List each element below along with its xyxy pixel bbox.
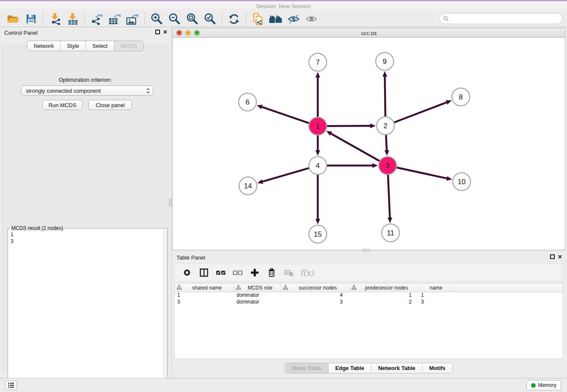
window-top-accent xyxy=(0,0,567,1)
delete-table-icon[interactable] xyxy=(283,267,294,278)
first-neighbors-icon[interactable] xyxy=(267,12,285,26)
graph-edge-2-8[interactable] xyxy=(394,102,447,123)
memory-label: Memory xyxy=(538,382,556,388)
graph-node-6[interactable]: 6 xyxy=(239,93,256,111)
zoom-fit-icon[interactable] xyxy=(183,12,201,26)
tab-motifs[interactable]: Motifs xyxy=(422,363,452,373)
toolbar-separator xyxy=(144,12,145,26)
float-table-panel-icon[interactable] xyxy=(550,254,555,259)
new-network-from-selection-icon[interactable] xyxy=(249,12,267,26)
show-columns-icon[interactable] xyxy=(198,267,209,278)
mcds-result-item: 1 xyxy=(11,231,161,238)
mcds-result-groupbox: MCDS result (2 nodes) 1 3 xyxy=(8,228,168,390)
deselect-all-checkboxes-icon[interactable] xyxy=(232,267,243,278)
column-header-name[interactable]: name xyxy=(418,284,454,292)
tab-network-table[interactable]: Network Table xyxy=(371,363,422,373)
export-image-icon[interactable] xyxy=(124,12,141,26)
search-box[interactable] xyxy=(439,13,563,24)
close-panel-icon[interactable]: × xyxy=(163,30,167,34)
table-row[interactable]: 1dominator411 xyxy=(175,292,563,299)
graph-node-label: 9 xyxy=(383,58,386,66)
tab-network[interactable]: Network xyxy=(27,41,60,51)
open-file-icon[interactable] xyxy=(4,12,22,26)
graph-node-label: 14 xyxy=(244,182,252,190)
refresh-layout-icon[interactable] xyxy=(225,12,243,26)
memory-button[interactable]: Memory xyxy=(526,380,561,390)
graph-node-3[interactable]: 3 xyxy=(379,157,396,174)
network-window-titlebar[interactable]: × − + scc.txt xyxy=(173,28,565,38)
tab-mcds[interactable]: MCDS xyxy=(114,41,143,51)
table-panel: Table Panel × xyxy=(172,252,565,377)
import-network-icon[interactable] xyxy=(46,12,64,26)
graph-edge-3-10[interactable] xyxy=(396,167,447,178)
table-settings-gear-icon[interactable] xyxy=(182,267,193,278)
search-input[interactable] xyxy=(451,15,562,22)
graph-edge-3-11[interactable] xyxy=(388,174,390,218)
graph-node-label: 2 xyxy=(383,122,387,130)
graph-edge-2-3[interactable] xyxy=(386,135,387,150)
export-table-icon[interactable] xyxy=(106,12,124,26)
select-all-checkboxes-icon[interactable] xyxy=(215,267,226,278)
zoom-in-icon[interactable] xyxy=(148,12,165,26)
tab-select[interactable]: Select xyxy=(85,41,114,51)
graph-node-14[interactable]: 14 xyxy=(239,177,257,195)
graph-node-9[interactable]: 9 xyxy=(376,52,394,70)
tab-node-table[interactable]: Node Table xyxy=(285,363,328,373)
graph-node-2[interactable]: 2 xyxy=(377,117,394,135)
control-panel-header: Control Panel × xyxy=(0,27,171,38)
graph-node-11[interactable]: 11 xyxy=(382,224,399,242)
graph-edge-arrowhead xyxy=(316,150,320,156)
mcds-result-scrollbar[interactable] xyxy=(163,229,167,389)
function-builder-icon[interactable]: f(x) xyxy=(300,267,314,278)
node-table: shared nameMCDS rolesuccessor nodesprede… xyxy=(174,283,563,359)
column-header-shared-name[interactable]: shared name xyxy=(175,284,234,292)
graph-edge-3-1[interactable] xyxy=(331,134,380,161)
table-cell: dominator xyxy=(234,292,281,299)
graph-edge-arrowhead xyxy=(257,179,263,184)
window-title: Session: New Session xyxy=(0,3,567,9)
column-header-label: name xyxy=(420,285,452,291)
toolbar-separator xyxy=(222,12,222,26)
column-header-predecessor-nodes[interactable]: predecessor nodes xyxy=(350,284,418,292)
optimization-criterion-dropdown[interactable]: strongly connected component xyxy=(21,86,153,96)
graph-node-4[interactable]: 4 xyxy=(309,157,327,174)
graph-edge-1-6[interactable] xyxy=(262,107,309,123)
delete-column-icon[interactable] xyxy=(266,267,277,278)
close-panel-button[interactable]: Close panel xyxy=(88,100,132,110)
control-panel-title: Control Panel xyxy=(4,30,38,36)
graph-node-10[interactable]: 10 xyxy=(453,173,471,190)
application-window: Session: New Session xyxy=(0,0,567,392)
tab-edge-table[interactable]: Edge Table xyxy=(328,363,371,373)
zoom-out-icon[interactable] xyxy=(165,12,183,26)
task-history-button[interactable] xyxy=(5,381,17,390)
graph-edge-arrowhead xyxy=(388,218,392,223)
export-network-icon[interactable] xyxy=(88,12,106,26)
graph-edge-arrowhead xyxy=(316,219,320,224)
close-table-panel-icon[interactable]: × xyxy=(558,254,562,259)
hide-selected-icon[interactable] xyxy=(285,12,303,26)
list-icon xyxy=(8,382,14,388)
graph-node-15[interactable]: 15 xyxy=(309,225,327,243)
graph-node-1[interactable]: 1 xyxy=(309,117,327,135)
graph-node-label: 7 xyxy=(316,58,319,66)
save-session-icon[interactable] xyxy=(22,12,40,26)
show-all-icon[interactable] xyxy=(303,12,320,26)
zoom-selected-icon[interactable] xyxy=(201,12,219,26)
column-header-MCDS-role[interactable]: MCDS role xyxy=(234,284,281,292)
column-header-successor-nodes[interactable]: successor nodes xyxy=(281,284,350,292)
add-column-icon[interactable] xyxy=(249,267,260,278)
table-toolbar: f(x) xyxy=(174,264,563,282)
tab-style[interactable]: Style xyxy=(60,41,85,51)
table-row[interactable]: 3dominator323 xyxy=(175,299,563,306)
table-cell: 3 xyxy=(281,299,350,306)
graph-node-8[interactable]: 8 xyxy=(452,88,470,106)
graph-edge-2-9[interactable] xyxy=(385,77,385,117)
graph-edge-1-2[interactable] xyxy=(327,126,370,126)
graph-node-7[interactable]: 7 xyxy=(309,53,327,71)
network-canvas-svg[interactable]: 1234678910111415 xyxy=(173,38,565,250)
memory-status-icon xyxy=(531,383,536,388)
float-panel-icon[interactable] xyxy=(155,30,160,34)
import-table-icon[interactable] xyxy=(64,12,82,26)
run-mcds-button[interactable]: Run MCDS xyxy=(42,100,83,110)
graph-edge-4-14[interactable] xyxy=(263,168,309,182)
